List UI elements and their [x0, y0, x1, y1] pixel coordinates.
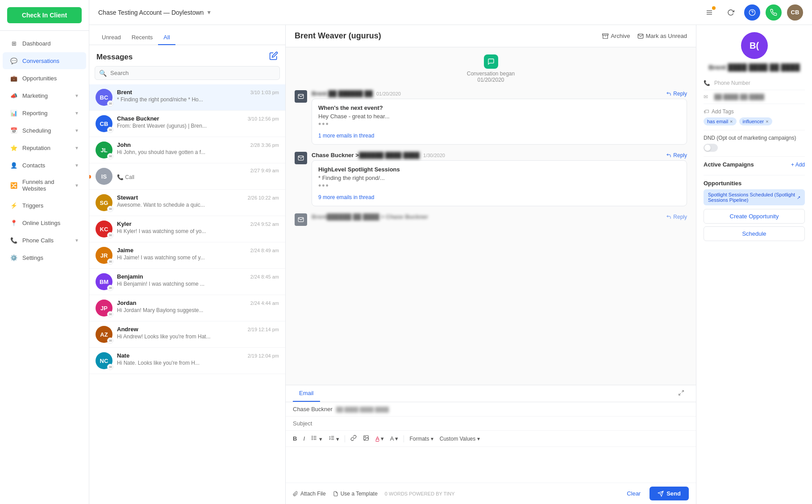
tag-influencer-close[interactable]: × [766, 119, 768, 124]
svg-point-19 [365, 437, 366, 437]
scheduling-icon: 📅 [10, 126, 18, 134]
msg-1-reply-button[interactable]: Reply [666, 91, 687, 97]
msg-2-date: 1/30/2020 [423, 153, 445, 158]
list-item[interactable]: CB ✉ Chase Buckner 3/10 12:56 pm From: B… [89, 111, 285, 137]
compose-tab-email[interactable]: Email [293, 385, 320, 402]
sidebar-item-triggers[interactable]: ⚡ Triggers [3, 197, 86, 214]
sidebar-item-funnels[interactable]: 🔀 Funnels and Websites ▼ [3, 174, 86, 196]
tab-unread[interactable]: Unread [96, 30, 126, 45]
list-item[interactable]: BC ✉ Brent 3/10 1:03 pm * Finding the ri… [89, 84, 285, 111]
compose-icon[interactable] [269, 51, 278, 62]
custom-values-dropdown[interactable]: Custom Values ▾ [437, 434, 483, 443]
compose-subject-input[interactable] [293, 420, 689, 427]
account-selector[interactable]: Chase Testing Account — Doylestown ▼ [98, 9, 212, 16]
msg-header: Benjamin 2/24 8:45 am [117, 273, 279, 280]
text-color-button[interactable]: A ▾ [373, 434, 387, 443]
create-opportunity-button[interactable]: Create Opportunity [704, 209, 805, 224]
sidebar-item-reputation[interactable]: ⭐ Reputation ▼ [3, 139, 86, 156]
tag-has-email-close[interactable]: × [730, 119, 733, 124]
check-in-button[interactable]: Check In Client [7, 7, 82, 23]
msg-time: 2/27 9:49 am [250, 168, 279, 173]
msg-1-preview: Hey Chase - great to hear... [318, 113, 680, 120]
campaigns-header: Active Campaigns + Add [704, 161, 805, 168]
opps-header: Opportunities [704, 180, 805, 187]
user-avatar-button[interactable]: CB [787, 4, 803, 21]
send-button[interactable]: Send [650, 487, 689, 500]
conv-began-section: Conversation began 01/20/2020 [295, 54, 687, 83]
attach-file-button[interactable]: Attach File [293, 491, 326, 497]
list-item[interactable]: KC ✉ Kyler 2/24 9:52 am Hi Kyler! I was … [89, 216, 285, 242]
list-item[interactable]: IS 2/27 9:49 am 📞 Call [89, 163, 285, 190]
sidebar-item-listings[interactable]: 📍 Online Listings [3, 214, 86, 231]
svg-point-13 [312, 437, 312, 438]
list-item[interactable]: JP ✉ Jordan 2/24 4:44 am Hi Jordan! Mary… [89, 295, 285, 321]
highlight-color-button[interactable]: A ▾ [387, 434, 401, 443]
sidebar-item-dashboard[interactable]: ⊞ Dashboard [3, 35, 86, 52]
help-icon-button[interactable] [744, 4, 760, 21]
compose-from-label: Chase Buckner [293, 406, 333, 412]
msg-content: Nate 2/19 12:04 pm Hi Nate. Looks like y… [117, 352, 279, 366]
add-campaign-button[interactable]: + Add [791, 162, 805, 168]
ordered-list-button[interactable]: ▾ [326, 433, 342, 444]
msg-header: Brent 3/10 1:03 pm [117, 89, 279, 96]
refresh-icon-button[interactable] [723, 4, 739, 21]
sidebar-item-scheduling[interactable]: 📅 Scheduling ▼ [3, 122, 86, 139]
tag-icon: 🏷 [704, 108, 709, 115]
phone-number-field[interactable]: 📞 Phone Number [704, 76, 805, 90]
image-button[interactable] [360, 433, 372, 444]
list-item[interactable]: JR ✉ Jaime 2/24 8:49 am Hi Jaime! I was … [89, 242, 285, 269]
menu-icon-button[interactable] [701, 4, 717, 21]
compose-expand-icon[interactable] [674, 385, 689, 402]
sidebar-item-opportunities[interactable]: 💼 Opportunities [3, 70, 86, 87]
use-template-button[interactable]: Use a Template [333, 491, 378, 497]
italic-button[interactable]: I [300, 434, 308, 443]
list-item[interactable]: AZ ✉ Andrew 2/19 12:14 pm Hi Andrew! Loo… [89, 321, 285, 348]
toolbar-sep-2 [404, 435, 404, 442]
msg-2-more-emails[interactable]: 9 more emails in thread [318, 194, 680, 200]
list-item[interactable]: SG ✉ Stewart 2/26 10:22 am Awesome. Want… [89, 190, 285, 216]
msg-name: John [117, 142, 131, 148]
msg-header: 2/27 9:49 am [117, 168, 279, 173]
msg-name: Brent [117, 89, 132, 96]
sidebar-item-settings[interactable]: ⚙️ Settings [3, 249, 86, 266]
schedule-button[interactable]: Schedule [704, 226, 805, 241]
mark-unread-button[interactable]: Mark as Unread [637, 33, 687, 39]
conversations-icon: 💬 [10, 57, 18, 65]
list-item[interactable]: NC ✉ Nate 2/19 12:04 pm Hi Nate. Looks l… [89, 348, 285, 374]
clear-button[interactable]: Clear [622, 487, 645, 500]
tab-recents[interactable]: Recents [126, 30, 158, 45]
sidebar-item-marketing[interactable]: 📣 Marketing ▼ [3, 87, 86, 104]
tab-all[interactable]: All [158, 30, 175, 45]
archive-button[interactable]: Archive [602, 33, 630, 39]
dnd-toggle[interactable] [704, 144, 718, 152]
compose-from: Chase Buckner ██ ████ ████ ████ [286, 402, 696, 417]
unordered-list-button[interactable]: ▾ [308, 433, 325, 444]
phone-icon-button[interactable] [766, 4, 782, 21]
msg-2-reply-button[interactable]: Reply [666, 152, 687, 158]
sidebar-item-conversations[interactable]: 💬 Conversations [3, 52, 86, 69]
email-field[interactable]: ✉ ██ ████ ██ ████ [704, 90, 805, 104]
formats-dropdown[interactable]: Formats ▾ [407, 434, 436, 443]
opp-chip[interactable]: Spotlight Sessions Scheduled (Spotlight … [704, 189, 805, 205]
sidebar-item-reporting[interactable]: 📊 Reporting ▼ [3, 104, 86, 121]
orange-dot-icon [89, 175, 91, 179]
search-input[interactable] [95, 66, 280, 80]
email-icon-1 [295, 90, 307, 103]
msg-time: 2/26 10:22 am [248, 195, 279, 200]
sidebar-item-contacts[interactable]: 👤 Contacts ▼ [3, 157, 86, 174]
conversation-panel: Brent Weaver (ugurus) Archive Mark as Un… [286, 25, 696, 504]
sidebar-item-phone[interactable]: 📞 Phone Calls ▼ [3, 232, 86, 249]
compose-body[interactable] [286, 447, 696, 483]
msg-3-reply-button[interactable]: Reply [666, 214, 687, 220]
sidebar-logo: Check In Client [0, 0, 89, 31]
msg-1-more-emails[interactable]: 1 more emails in thread [318, 133, 680, 139]
msg-name: Benjamin [117, 273, 143, 280]
tags-section: 🏷 Add Tags has email × influencer × [704, 104, 805, 130]
search-box: 🔍 [95, 66, 280, 80]
dnd-section: DND (Opt out of marketing campaigns) [704, 130, 805, 157]
bold-button[interactable]: B [290, 434, 300, 443]
list-item[interactable]: JL ✉ John 2/28 3:36 pm Hi John, you shou… [89, 137, 285, 163]
msg-2-preview: * Finding the right pond/... [318, 175, 680, 181]
list-item[interactable]: BM ✉ Benjamin 2/24 8:45 am Hi Benjamin! … [89, 269, 285, 295]
link-button[interactable] [348, 433, 359, 444]
